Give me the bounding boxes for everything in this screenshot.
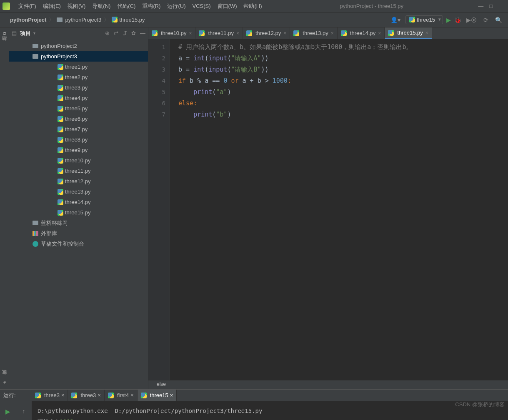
close-tab-icon[interactable]: ×: [425, 30, 428, 36]
close-tab-icon[interactable]: ×: [170, 392, 173, 398]
tree-file[interactable]: three10.py: [9, 155, 148, 166]
vcs-user-icon[interactable]: 👤▾: [389, 17, 402, 23]
python-file-icon: [58, 116, 63, 122]
menu-edit[interactable]: 编辑(E): [40, 0, 64, 12]
chevron-right-icon[interactable]: ›: [9, 44, 33, 48]
debug-button[interactable]: 🐞: [454, 17, 461, 23]
rerun-button[interactable]: ▶: [5, 408, 10, 415]
tree-external-libs[interactable]: ›外部库: [9, 228, 148, 239]
search-everywhere-icon[interactable]: 🔍: [493, 17, 504, 23]
tree-file[interactable]: three1.py: [9, 62, 148, 72]
menu-window[interactable]: 窗口(W): [214, 0, 240, 12]
folder-icon: [33, 54, 38, 59]
crumb-folder[interactable]: pythonProject3: [55, 17, 103, 23]
breadcrumb-trail[interactable]: else: [148, 380, 508, 389]
tree-file[interactable]: three13.py: [9, 186, 148, 197]
python-file-icon: [108, 393, 114, 398]
python-file-icon: [58, 127, 63, 132]
python-file-icon: [58, 85, 63, 91]
hide-tool-icon[interactable]: —: [140, 30, 145, 36]
menu-refactor[interactable]: 重构(R): [139, 0, 164, 12]
menu-run[interactable]: 运行(U): [164, 0, 189, 12]
tree-folder-selected[interactable]: ⌄pythonProject3: [9, 51, 148, 62]
python-file-icon: [58, 189, 63, 195]
tree-file[interactable]: three14.py: [9, 197, 148, 207]
close-tab-icon[interactable]: ×: [130, 392, 134, 398]
tree-file[interactable]: three8.py: [9, 134, 148, 145]
tree-file[interactable]: three5.py: [9, 103, 148, 114]
editor-tab[interactable]: three15.py×: [385, 27, 432, 39]
editor-tab[interactable]: three10.py×: [148, 27, 195, 39]
project-tree[interactable]: ›pythonProject2 ⌄pythonProject3 three1.p…: [9, 39, 148, 389]
settings-icon[interactable]: ✿: [131, 30, 136, 36]
run-button[interactable]: ▶: [446, 17, 451, 23]
chevron-down-icon[interactable]: ⌄: [9, 54, 33, 59]
watermark: CSDN @张桥的博客: [455, 401, 505, 408]
tree-scratches[interactable]: ›草稿文件和控制台: [9, 239, 148, 249]
project-view-icon[interactable]: ▤: [12, 30, 17, 36]
code-editor[interactable]: # 用户输入两个数a、b。如果a能被b整除或a加b大于1000，则输出a；否则输…: [170, 39, 412, 380]
minimize-icon[interactable]: ―: [478, 3, 483, 9]
run-console[interactable]: D:\python\python.exe D:/pythonProject/py…: [32, 401, 508, 420]
line-gutter[interactable]: 1234567: [148, 39, 170, 380]
chevron-right-icon[interactable]: ›: [9, 231, 33, 236]
menu-vcs[interactable]: VCS(S): [189, 0, 214, 12]
tree-file[interactable]: three4.py: [9, 93, 148, 103]
close-tab-icon[interactable]: ×: [235, 30, 239, 36]
close-tab-icon[interactable]: ×: [377, 30, 381, 36]
python-file-icon: [58, 75, 63, 80]
menu-view[interactable]: 视图(V): [64, 0, 89, 12]
project-dropdown-icon[interactable]: ▾: [33, 31, 35, 35]
python-file-icon: [199, 30, 205, 36]
tree-file[interactable]: three11.py: [9, 166, 148, 176]
maximize-icon[interactable]: □: [489, 3, 493, 9]
expand-all-icon[interactable]: ⇄: [114, 30, 118, 36]
menu-help[interactable]: 帮助(H): [240, 0, 265, 12]
python-file-icon: [141, 393, 147, 398]
close-tab-icon[interactable]: ×: [330, 30, 334, 36]
chevron-right-icon[interactable]: ›: [9, 221, 33, 225]
run-tab[interactable]: first4×: [105, 390, 138, 401]
stop-button[interactable]: ⟳: [482, 17, 490, 23]
python-file-icon: [152, 30, 158, 36]
up-icon[interactable]: ↑: [23, 408, 25, 415]
left-tool-stripe: ⧉ 结构 ★ 收藏夹: [0, 27, 9, 389]
tree-file[interactable]: three15.py: [9, 207, 148, 218]
editor-tab[interactable]: three11.py×: [195, 27, 243, 39]
editor-tab[interactable]: three13.py×: [290, 27, 337, 39]
close-tab-icon[interactable]: ×: [283, 30, 286, 36]
collapse-all-icon[interactable]: ⇵: [123, 30, 127, 36]
run-coverage-button[interactable]: ▶⦿: [465, 17, 478, 23]
python-file-icon: [58, 199, 63, 205]
python-file-icon: [58, 95, 63, 101]
tree-file[interactable]: three7.py: [9, 124, 148, 134]
close-tab-icon[interactable]: ×: [61, 392, 65, 398]
python-file-icon: [58, 147, 63, 153]
tree-file[interactable]: three3.py: [9, 82, 148, 93]
editor-tab[interactable]: three14.py×: [338, 27, 385, 39]
project-tool-icon[interactable]: ⧉: [3, 31, 6, 36]
locate-file-icon[interactable]: ⊕: [105, 30, 110, 36]
editor-tab[interactable]: three12.py×: [243, 27, 290, 39]
tree-file[interactable]: three9.py: [9, 145, 148, 155]
menu-navigate[interactable]: 导航(N): [89, 0, 114, 12]
python-file-icon: [293, 30, 299, 36]
run-tab[interactable]: three3×: [32, 390, 68, 401]
run-tab[interactable]: three3×: [68, 390, 104, 401]
run-config-selector[interactable]: three15: [405, 15, 443, 24]
close-tab-icon[interactable]: ×: [188, 30, 192, 36]
tree-folder[interactable]: ›蓝桥杯练习: [9, 218, 148, 228]
tree-file[interactable]: three2.py: [9, 72, 148, 82]
tree-file[interactable]: three12.py: [9, 176, 148, 186]
menu-file[interactable]: 文件(F): [15, 0, 40, 12]
crumb-file[interactable]: three15.py: [110, 17, 146, 23]
tree-folder[interactable]: ›pythonProject2: [9, 41, 148, 51]
python-file-icon: [388, 30, 394, 36]
close-tab-icon[interactable]: ×: [98, 392, 101, 398]
favorites-tool-button[interactable]: ★ 收藏夹: [1, 378, 8, 385]
run-tab[interactable]: three15×: [138, 390, 177, 401]
window-title: pythonProject - three15.py: [265, 3, 478, 9]
crumb-project[interactable]: pythonProject: [8, 17, 48, 23]
menu-code[interactable]: 代码(C): [114, 0, 139, 12]
tree-file[interactable]: three6.py: [9, 114, 148, 124]
